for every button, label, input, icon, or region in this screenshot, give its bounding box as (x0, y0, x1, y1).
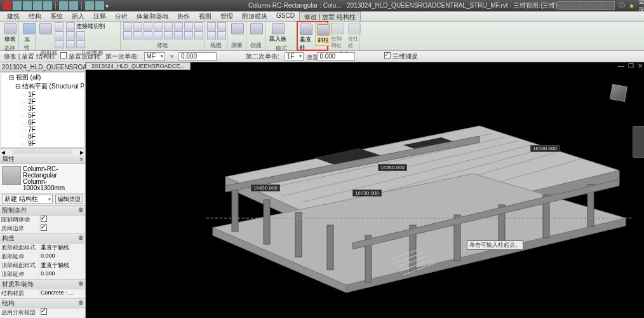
close-icon[interactable]: × (79, 156, 83, 163)
split2-icon[interactable] (164, 22, 173, 31)
join-icon[interactable] (76, 31, 85, 39)
tab-collaborate[interactable]: 协作 (173, 11, 194, 21)
demolish-icon[interactable] (194, 31, 203, 39)
tab-architecture[interactable]: 建筑 (3, 11, 24, 21)
trim-icon[interactable] (154, 22, 163, 31)
group-icon[interactable] (174, 31, 183, 39)
sync-icon[interactable] (85, 1, 94, 10)
tree-floor[interactable]: 8F (20, 133, 84, 140)
redo-icon[interactable] (43, 1, 52, 10)
create-button[interactable] (249, 22, 264, 35)
tree-floor[interactable]: 5F (20, 112, 84, 119)
v2-icon[interactable] (217, 22, 226, 31)
favorite-icon[interactable]: ★ (629, 3, 634, 10)
pin-icon[interactable] (194, 22, 203, 31)
extend-icon[interactable] (154, 31, 163, 39)
modify-button[interactable]: 修改 (3, 22, 18, 44)
rotate-after-place-checkbox[interactable] (60, 52, 67, 59)
navigation-bar[interactable] (633, 126, 644, 158)
tree-floor[interactable]: 3F (20, 105, 84, 112)
level1-combo[interactable]: MF (144, 52, 165, 61)
prop-row[interactable]: 底部延伸0.000 (0, 252, 85, 261)
rotate-icon[interactable] (144, 22, 152, 31)
prop-row[interactable]: 随轴网移动 (0, 216, 85, 225)
prop-row[interactable]: 顶部延伸0.000 (0, 270, 85, 279)
checkbox[interactable] (41, 225, 47, 231)
tree-floor[interactable]: 2F (20, 98, 84, 105)
tab-annotate[interactable]: 注释 (89, 11, 111, 21)
tab-manage[interactable]: 管理 (216, 11, 238, 21)
browser-scrollbar[interactable]: ◄► (0, 148, 85, 155)
snap3d-checkbox[interactable] (384, 52, 391, 59)
new-instance-combo[interactable]: 新建 结构柱 (2, 195, 53, 204)
offset2-icon[interactable] (144, 31, 152, 39)
v4-icon[interactable] (217, 31, 226, 39)
tab-massing[interactable]: 体量和场地 (132, 11, 173, 21)
load-family-button[interactable]: 载入族 (268, 22, 288, 44)
tab-systems[interactable]: 系统 (46, 11, 67, 21)
tree-floor[interactable]: 9F (20, 140, 84, 147)
cope-icon[interactable] (66, 22, 75, 31)
at-columns-button[interactable]: 在柱处 (347, 22, 362, 50)
switch-icon[interactable] (95, 1, 104, 10)
delete-icon[interactable] (164, 31, 173, 39)
tree-floor[interactable]: 1F (20, 91, 84, 98)
browser-tree[interactable]: ⊟ 视图 (all) ⊟ 结构平面 (Structural Plan... 1F… (1, 73, 84, 148)
info-icon[interactable]: ⓘ (619, 1, 625, 10)
copy2-icon[interactable] (133, 31, 142, 39)
split-icon[interactable] (66, 40, 75, 48)
prop-category[interactable]: 材质和装饰⊗ (0, 279, 85, 289)
v3-icon[interactable] (207, 31, 216, 39)
prop-category[interactable]: 限制条件⊗ (0, 205, 85, 216)
measure-button[interactable] (230, 22, 245, 35)
edit-type-button[interactable]: 编辑类型 (55, 195, 83, 204)
level2-combo[interactable]: 1F (285, 52, 304, 61)
prop-row[interactable]: 底部截面样式垂直于轴线 (0, 244, 85, 252)
checkbox[interactable] (41, 308, 47, 315)
tab-analyze[interactable]: 分析 (111, 11, 132, 21)
level1-offset-input[interactable]: 0.000 (178, 52, 217, 61)
measure-icon[interactable] (69, 1, 78, 10)
restore-icon[interactable]: ❐ (628, 62, 634, 69)
prop-row[interactable]: 结构材质Concrete - ... (0, 289, 85, 298)
scale-icon[interactable] (184, 22, 193, 31)
minimize-icon[interactable]: — (618, 62, 624, 69)
tree-floor[interactable]: 7F (20, 126, 84, 133)
cut-geom-icon[interactable] (66, 31, 75, 39)
tree-floor[interactable]: 6F (20, 119, 84, 126)
3d-viewport[interactable]: 2013024_HLD_QUEENSROADCE... — ❐ ✕ (86, 62, 644, 318)
tab-gscd[interactable]: GSCD (272, 11, 299, 21)
v1-icon[interactable] (207, 22, 216, 31)
offset-icon[interactable] (76, 40, 85, 48)
paste-button[interactable] (38, 22, 53, 35)
tab-insert[interactable]: 插入 (67, 11, 89, 21)
prop-row[interactable]: 启用分析模型 (0, 308, 85, 317)
save-icon[interactable] (23, 1, 32, 10)
checkbox[interactable] (41, 216, 47, 222)
move-icon[interactable] (133, 22, 142, 31)
tab-view[interactable]: 视图 (194, 11, 216, 21)
copy-icon[interactable] (55, 31, 64, 39)
tree-floor[interactable]: 10F (20, 147, 84, 148)
view-tab[interactable]: 2013024_HLD_QUEENSROADCE... (86, 62, 191, 70)
print-icon[interactable] (59, 1, 68, 10)
undo-icon[interactable] (33, 1, 42, 10)
tree-root[interactable]: ⊟ 视图 (all) (8, 73, 84, 82)
tab-structure[interactable]: 结构 (24, 11, 46, 21)
prop-row[interactable]: 顶部截面样式垂直于轴线 (0, 261, 85, 270)
vertical-column-button[interactable]: 垂直柱 (299, 23, 314, 53)
tree-group[interactable]: ⊟ 结构平面 (Structural Plan... (14, 82, 84, 91)
prop-row[interactable]: 房间边界 (0, 225, 85, 233)
mirror-icon[interactable] (123, 31, 132, 39)
tab-addins[interactable]: 附加模块 (238, 11, 272, 21)
unpin-icon[interactable] (184, 31, 193, 39)
app-menu-icon[interactable] (3, 1, 11, 10)
align-icon[interactable] (123, 22, 132, 31)
properties-button[interactable] (22, 22, 37, 35)
array-icon[interactable] (174, 22, 183, 31)
close-icon[interactable]: ✕ (638, 62, 643, 69)
match-icon[interactable] (55, 40, 64, 48)
property-grid[interactable]: 限制条件⊗ 随轴网移动 房间边界 构造⊗ 底部截面样式垂直于轴线 底部延伸0.0… (0, 205, 85, 318)
level2-offset-input[interactable]: 0.000 (317, 52, 355, 61)
type-selector[interactable]: Column-RC-RectangularColumn-1000x1300mm (0, 164, 85, 194)
